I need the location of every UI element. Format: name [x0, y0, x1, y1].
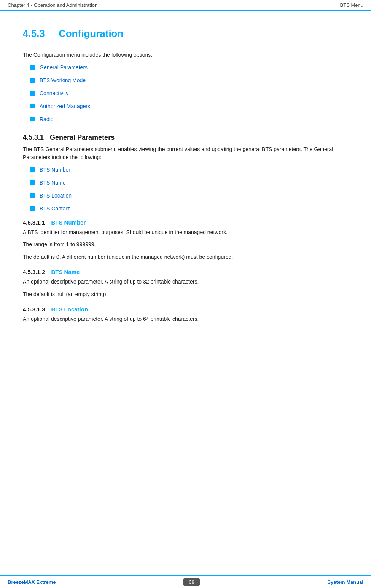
- subsection-45311-header: 4.5.3.1.1 BTS Number: [23, 219, 348, 226]
- bullet-icon: [30, 167, 35, 172]
- subsection-45312-number: 4.5.3.1.2: [23, 269, 45, 275]
- bullet-icon: [30, 117, 35, 121]
- bullet-icon: [30, 180, 35, 185]
- subsection-4531-header: 4.5.3.1 General Parameters: [23, 134, 348, 142]
- subsection-45311-para3: The default is 0. A different number (un…: [23, 253, 348, 261]
- list-item: BTS Number: [30, 167, 348, 173]
- list-item: General Parameters: [30, 64, 348, 70]
- subsection-45311-para2: The range is from 1 to 999999.: [23, 240, 348, 249]
- subsection-45313-header: 4.5.3.1.3 BTS Location: [23, 306, 348, 312]
- subsection-4531-intro: The BTS General Parameters submenu enabl…: [23, 145, 348, 161]
- list-item: Authorized Managers: [30, 103, 348, 109]
- bullet-icon: [30, 91, 35, 96]
- bullet-icon: [30, 206, 35, 211]
- bts-name-link[interactable]: BTS Name: [40, 180, 65, 186]
- radio-link[interactable]: Radio: [40, 116, 54, 122]
- subsection-45311-para1: A BTS identifier for management purposes…: [23, 228, 348, 236]
- section-453-header: 4.5.3 Configuration: [23, 24, 348, 46]
- page-footer: BreezeMAX Extreme 68 System Manual: [0, 575, 371, 588]
- list-item: Radio: [30, 116, 348, 122]
- list-item: BTS Name: [30, 180, 348, 186]
- bts-contact-link[interactable]: BTS Contact: [40, 206, 70, 212]
- subsection-45313-title: BTS Location: [51, 306, 88, 312]
- list-item: BTS Working Mode: [30, 77, 348, 83]
- list-item: Connectivity: [30, 90, 348, 96]
- bullet-icon: [30, 78, 35, 83]
- connectivity-link[interactable]: Connectivity: [40, 90, 68, 96]
- subsection-4531-list: BTS Number BTS Name BTS Location BTS Con…: [30, 167, 348, 212]
- bts-location-link[interactable]: BTS Location: [40, 193, 72, 199]
- subsection-45312-header: 4.5.3.1.2 BTS Name: [23, 269, 348, 275]
- header-right: BTS Menu: [340, 2, 363, 8]
- subsection-4531-title: General Parameters: [50, 134, 115, 142]
- subsection-45311-number: 4.5.3.1.1: [23, 219, 45, 226]
- section-453-intro: The Configuration menu includes the foll…: [23, 51, 348, 59]
- footer-left: BreezeMAX Extreme: [8, 579, 56, 585]
- subsection-4531-number: 4.5.3.1: [23, 134, 44, 142]
- bts-working-mode-link[interactable]: BTS Working Mode: [40, 77, 86, 83]
- subsection-45313-number: 4.5.3.1.3: [23, 306, 45, 312]
- subsection-45312-para1: An optional descriptive parameter. A str…: [23, 277, 348, 286]
- page-content: 4.5.3 Configuration The Configuration me…: [0, 11, 371, 342]
- authorized-managers-link[interactable]: Authorized Managers: [40, 103, 90, 109]
- bullet-icon: [30, 104, 35, 108]
- bts-number-link[interactable]: BTS Number: [40, 167, 70, 173]
- bullet-icon: [30, 65, 35, 70]
- subsection-45312-para2: The default is null (an empty string).: [23, 290, 348, 298]
- subsection-45312-title: BTS Name: [51, 269, 80, 275]
- section-453-number: 4.5.3 Configuration: [23, 28, 123, 40]
- footer-page-number: 68: [183, 578, 199, 586]
- subsection-45311-title: BTS Number: [51, 219, 86, 226]
- page-header: Chapter 4 - Operation and Administration…: [0, 0, 371, 11]
- list-item: BTS Contact: [30, 206, 348, 212]
- header-left: Chapter 4 - Operation and Administration: [8, 2, 97, 8]
- subsection-45313-para1: An optional descriptive parameter. A str…: [23, 315, 348, 323]
- list-item: BTS Location: [30, 193, 348, 199]
- footer-right: System Manual: [327, 579, 363, 585]
- section-453-menu-list: General Parameters BTS Working Mode Conn…: [30, 64, 348, 122]
- bullet-icon: [30, 193, 35, 198]
- general-parameters-link[interactable]: General Parameters: [40, 64, 88, 70]
